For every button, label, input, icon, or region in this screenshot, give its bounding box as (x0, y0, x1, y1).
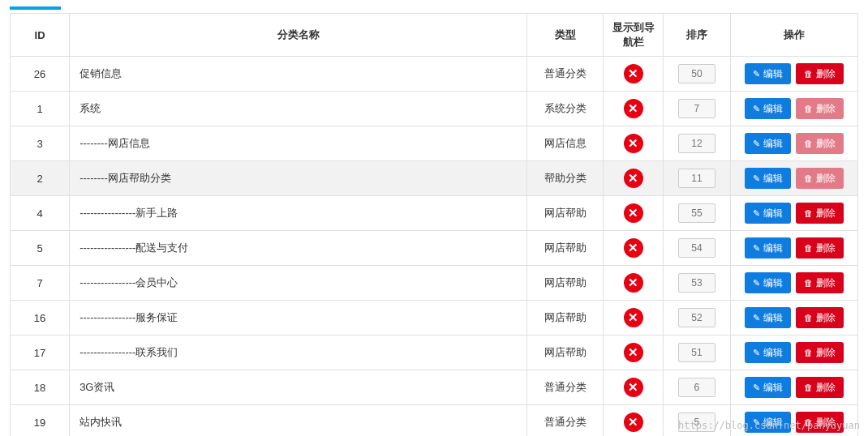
edit-button[interactable]: ✎ 编辑 (745, 168, 791, 189)
edit-button[interactable]: ✎ 编辑 (745, 98, 791, 119)
edit-button[interactable]: ✎ 编辑 (745, 307, 791, 328)
edit-label: 编辑 (763, 172, 783, 186)
delete-label: 删除 (816, 311, 836, 325)
pencil-icon: ✎ (753, 174, 760, 183)
cell-name: 系统 (70, 92, 527, 126)
cell-type: 网店帮助 (527, 196, 604, 231)
pencil-icon: ✎ (753, 244, 760, 253)
edit-button[interactable]: ✎ 编辑 (745, 237, 791, 259)
sort-input[interactable] (678, 99, 715, 118)
cell-ops: ✎ 编辑 🗑 删除 (731, 126, 858, 161)
cell-ops: ✎ 编辑 🗑 删除 (731, 161, 858, 196)
cell-id: 3 (11, 126, 70, 161)
cell-name: ----------------会员中心 (70, 266, 527, 301)
x-icon[interactable]: ✕ (624, 273, 643, 293)
delete-button[interactable]: 🗑 删除 (796, 133, 844, 154)
delete-button[interactable]: 🗑 删除 (796, 98, 844, 119)
delete-button[interactable]: 🗑 删除 (796, 272, 844, 293)
delete-button[interactable]: 🗑 删除 (796, 412, 844, 433)
pencil-icon: ✎ (753, 209, 760, 218)
cell-type: 网店帮助 (527, 336, 604, 370)
edit-button[interactable]: ✎ 编辑 (745, 412, 791, 433)
edit-button[interactable]: ✎ 编辑 (745, 342, 791, 363)
cell-ops: ✎ 编辑 🗑 删除 (731, 57, 858, 92)
cell-name: 3G资讯 (70, 370, 527, 405)
cell-sort (663, 196, 731, 231)
table-row: 18 3G资讯 普通分类 ✕ ✎ 编辑 🗑 删除 (11, 370, 858, 405)
x-icon[interactable]: ✕ (624, 308, 643, 327)
cell-ops: ✎ 编辑 🗑 删除 (731, 405, 858, 437)
trash-icon: 🗑 (804, 209, 813, 218)
cell-sort (663, 161, 731, 196)
delete-button[interactable]: 🗑 删除 (796, 168, 844, 189)
delete-button[interactable]: 🗑 删除 (796, 63, 844, 84)
table-row: 7 ----------------会员中心 网店帮助 ✕ ✎ 编辑 🗑 删除 (11, 266, 858, 301)
table-row: 5 ----------------配送与支付 网店帮助 ✕ ✎ 编辑 🗑 删除 (11, 231, 858, 266)
col-header-ops: 操作 (731, 14, 858, 57)
x-icon[interactable]: ✕ (624, 134, 643, 153)
edit-button[interactable]: ✎ 编辑 (745, 203, 791, 224)
cell-sort (663, 405, 731, 437)
edit-button[interactable]: ✎ 编辑 (745, 272, 791, 293)
trash-icon: 🗑 (804, 418, 813, 427)
sort-input[interactable] (678, 64, 715, 83)
x-icon[interactable]: ✕ (624, 64, 643, 83)
cell-id: 17 (11, 336, 70, 370)
edit-button[interactable]: ✎ 编辑 (745, 63, 791, 84)
trash-icon: 🗑 (804, 139, 813, 148)
pencil-icon: ✎ (753, 314, 760, 323)
x-icon[interactable]: ✕ (624, 99, 643, 118)
cell-sort (663, 266, 731, 301)
cell-nav: ✕ (604, 336, 663, 370)
x-icon[interactable]: ✕ (624, 238, 643, 258)
sort-input[interactable] (678, 238, 715, 258)
cell-name: ----------------联系我们 (70, 336, 527, 370)
cell-nav: ✕ (604, 301, 663, 336)
edit-label: 编辑 (763, 67, 783, 81)
delete-button[interactable]: 🗑 删除 (796, 307, 844, 328)
delete-button[interactable]: 🗑 删除 (796, 237, 844, 259)
sort-input[interactable] (678, 343, 715, 362)
delete-button[interactable]: 🗑 删除 (796, 203, 844, 224)
cell-type: 普通分类 (527, 370, 604, 405)
delete-button[interactable]: 🗑 删除 (796, 342, 844, 363)
edit-label: 编辑 (763, 381, 783, 395)
sort-input[interactable] (678, 378, 715, 397)
edit-button[interactable]: ✎ 编辑 (745, 377, 791, 398)
cell-nav: ✕ (604, 161, 663, 196)
pencil-icon: ✎ (753, 383, 760, 392)
cell-nav: ✕ (604, 92, 663, 126)
cell-nav: ✕ (604, 370, 663, 405)
x-icon[interactable]: ✕ (624, 169, 643, 188)
cell-ops: ✎ 编辑 🗑 删除 (731, 301, 858, 336)
cell-nav: ✕ (604, 126, 663, 161)
sort-input[interactable] (678, 308, 715, 327)
sort-input[interactable] (678, 169, 715, 188)
x-icon[interactable]: ✕ (624, 203, 643, 223)
table-row: 17 ----------------联系我们 网店帮助 ✕ ✎ 编辑 🗑 删除 (11, 336, 858, 370)
edit-label: 编辑 (763, 416, 783, 430)
x-icon[interactable]: ✕ (624, 378, 643, 397)
delete-button[interactable]: 🗑 删除 (796, 377, 844, 398)
cell-sort (663, 301, 731, 336)
cell-id: 18 (11, 370, 70, 405)
cell-type: 网店帮助 (527, 266, 604, 301)
trash-icon: 🗑 (804, 314, 813, 323)
cell-name: ----------------服务保证 (70, 301, 527, 336)
cell-ops: ✎ 编辑 🗑 删除 (731, 196, 858, 231)
cell-type: 网店帮助 (527, 301, 604, 336)
sort-input[interactable] (678, 412, 715, 432)
cell-nav: ✕ (604, 57, 663, 92)
pencil-icon: ✎ (753, 418, 760, 427)
edit-label: 编辑 (763, 311, 783, 325)
edit-button[interactable]: ✎ 编辑 (745, 133, 791, 154)
edit-label: 编辑 (763, 346, 783, 360)
edit-label: 编辑 (763, 137, 783, 151)
category-table: ID 分类名称 类型 显示到导航栏 排序 操作 26 促销信息 普通分类 ✕ ✎… (10, 13, 858, 436)
sort-input[interactable] (678, 134, 715, 153)
cell-id: 1 (11, 92, 70, 126)
x-icon[interactable]: ✕ (624, 343, 643, 362)
sort-input[interactable] (678, 273, 715, 293)
x-icon[interactable]: ✕ (624, 412, 643, 432)
sort-input[interactable] (678, 203, 715, 223)
